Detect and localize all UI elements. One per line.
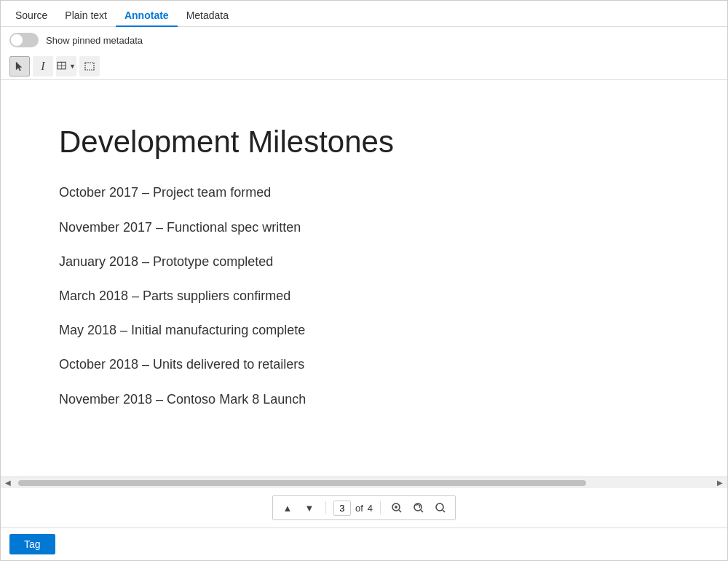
scroll-left-arrow[interactable]: ◀ — [4, 479, 12, 487]
page-number-input[interactable] — [333, 501, 351, 516]
zoom-out-icon — [435, 502, 446, 514]
milestone-2: November 2017 – Functional spec written — [59, 219, 669, 237]
tab-annotate[interactable]: Annotate — [116, 5, 178, 27]
toggle-row: Show pinned metadata — [1, 27, 727, 53]
nav-separator-1 — [325, 501, 326, 514]
tab-bar: Source Plain text Annotate Metadata — [1, 1, 727, 27]
scroll-thumb[interactable] — [18, 480, 586, 486]
toggle-knob — [11, 34, 23, 46]
svg-marker-0 — [16, 62, 22, 71]
annotation-toolbar: I ▼ — [1, 53, 727, 79]
toggle-label: Show pinned metadata — [46, 35, 143, 46]
milestone-6: October 2018 – Units delivered to retail… — [59, 356, 669, 374]
scroll-right-arrow[interactable]: ▶ — [716, 479, 724, 487]
nav-separator-2 — [380, 501, 381, 514]
svg-line-12 — [443, 510, 445, 512]
pinned-metadata-toggle[interactable] — [9, 33, 39, 47]
document-viewer[interactable]: Development Milestones October 2017 – Pr… — [1, 80, 727, 476]
svg-line-8 — [399, 510, 401, 512]
milestone-1: October 2017 – Project team formed — [59, 184, 669, 202]
region-dropdown-icon: ▼ — [69, 63, 76, 70]
rect-icon — [84, 62, 95, 71]
tab-source[interactable]: Source — [7, 5, 56, 27]
prev-page-button[interactable]: ▲ — [279, 499, 296, 517]
zoom-in-icon — [391, 502, 403, 514]
total-pages-label: 4 — [368, 503, 373, 514]
milestone-3: January 2018 – Prototype completed — [59, 253, 669, 271]
page-of-label: of — [355, 503, 363, 514]
horizontal-scrollbar[interactable]: ◀ ▶ — [1, 476, 727, 488]
bottom-bar: Tag — [1, 527, 727, 560]
document-title: Development Milestones — [59, 124, 669, 160]
page-navigation: ▲ ▼ of 4 — [1, 488, 727, 527]
svg-point-11 — [436, 503, 443, 511]
select-tool-button[interactable] — [9, 56, 30, 76]
tab-plain-text[interactable]: Plain text — [56, 5, 116, 27]
cursor-icon — [15, 61, 25, 71]
milestone-4: March 2018 – Parts suppliers confirmed — [59, 287, 669, 305]
text-tool-button[interactable]: I — [33, 56, 53, 76]
zoom-reset-button[interactable] — [410, 499, 427, 517]
content-area: Development Milestones October 2017 – Pr… — [1, 79, 727, 527]
next-page-button[interactable]: ▼ — [301, 499, 318, 517]
tag-button[interactable]: Tag — [9, 534, 55, 554]
milestone-5: May 2018 – Initial manufacturing complet… — [59, 321, 669, 340]
milestone-7: November 2018 – Contoso Mark 8 Launch — [59, 391, 669, 409]
zoom-out-button[interactable] — [432, 499, 449, 517]
zoom-in-button[interactable] — [388, 499, 405, 517]
region-icon — [57, 61, 68, 71]
region-tool-button[interactable]: ▼ — [56, 56, 76, 76]
zoom-reset-icon — [413, 502, 424, 514]
svg-line-10 — [421, 510, 423, 512]
tab-metadata[interactable]: Metadata — [178, 5, 237, 27]
rect-tool-button[interactable] — [79, 56, 100, 76]
text-tool-icon: I — [41, 60, 44, 73]
svg-rect-4 — [85, 63, 94, 70]
